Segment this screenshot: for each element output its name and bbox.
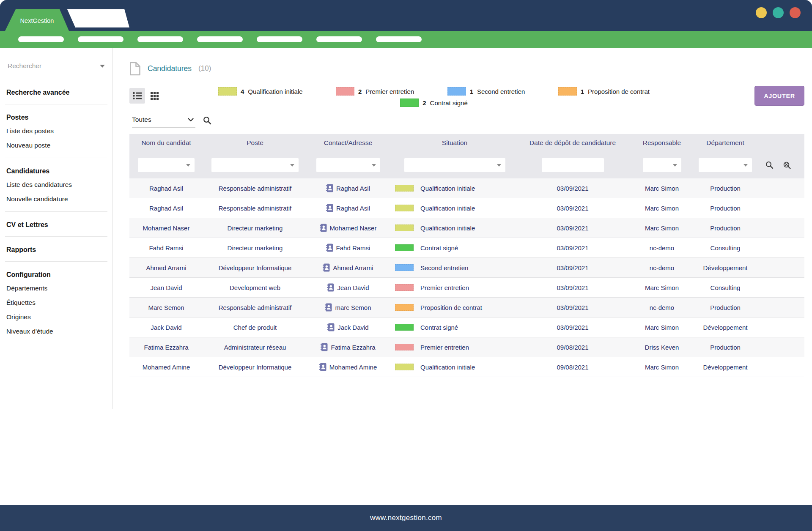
sidebar-item-departements[interactable]: Départements	[0, 281, 112, 296]
sidebar-item-liste-des-candidatures[interactable]: Liste des candidatures	[0, 178, 112, 192]
cell-contact-link[interactable]: Mohamed Naser	[307, 224, 389, 232]
sidebar-group-postes[interactable]: Postes	[0, 111, 112, 124]
clear-search-icon[interactable]	[783, 161, 791, 170]
add-button[interactable]: AJOUTER	[754, 86, 804, 106]
filter-departement-dropdown[interactable]	[699, 158, 752, 172]
nav-pill-item[interactable]	[257, 36, 302, 42]
cell-contact-link[interactable]: Raghad Asil	[307, 184, 389, 192]
search-icon[interactable]	[203, 116, 211, 125]
filter-situation-dropdown[interactable]	[404, 158, 505, 172]
cell-situation: Qualification initiale	[389, 224, 520, 232]
sidebar-item-etiquettes[interactable]: Étiquettes	[0, 296, 112, 310]
legend-item-qualification: 4Qualification initiale	[218, 87, 303, 96]
legend-swatch-signe	[400, 99, 419, 107]
cell-contact-link[interactable]: Fatima Ezzahra	[307, 343, 389, 351]
contact-name: Mohamed Amine	[329, 364, 377, 371]
filter-date-input[interactable]	[542, 158, 604, 172]
column-header-date[interactable]: Date de dépôt de candidature	[520, 139, 625, 147]
window-control-teal[interactable]	[773, 7, 784, 18]
table-row[interactable]: Raghad Asil Responsable administratif Ra…	[129, 198, 804, 218]
column-header-responsable[interactable]: Responsable	[625, 139, 699, 147]
grid-view-button[interactable]	[147, 88, 162, 104]
legend-item-contrat-signe: 2Contrat signé	[400, 99, 468, 107]
sidebar-group-configuration[interactable]: Configuration	[0, 268, 112, 281]
sidebar-item-nouvelle-candidature[interactable]: Nouvelle candidature	[0, 192, 112, 206]
sidebar-item-recherche-avancee[interactable]: Recherche avancée	[0, 86, 112, 99]
column-header-nom[interactable]: Nom du candidat	[129, 139, 203, 147]
table-header-row: Nom du candidat Poste Contact/Adresse Si…	[129, 134, 804, 152]
cell-date: 09/08/2021	[520, 364, 625, 371]
filter-nom-dropdown[interactable]	[138, 158, 195, 172]
filter-poste-dropdown[interactable]	[211, 158, 299, 172]
sidebar-item-nouveau-poste[interactable]: Nouveau poste	[0, 138, 112, 153]
nav-pill-item[interactable]	[316, 36, 362, 42]
sidebar-search-input[interactable]: Rechercher	[6, 60, 107, 75]
table-body: Raghad Asil Responsable administratif Ra…	[129, 178, 804, 377]
column-header-contact[interactable]: Contact/Adresse	[307, 139, 389, 147]
cell-candidate-name: Raghad Asil	[129, 185, 203, 192]
window-control-yellow[interactable]	[756, 7, 767, 18]
filter-responsable-dropdown[interactable]	[643, 158, 681, 172]
cell-situation: Qualification initiale	[389, 364, 520, 371]
contact-name: Jack David	[337, 324, 368, 331]
nav-pill-item[interactable]	[197, 36, 243, 42]
apply-search-icon[interactable]	[765, 161, 774, 169]
legend-swatch-premier	[336, 87, 354, 96]
cell-responsable: Marc Simon	[625, 224, 699, 232]
cell-contact-link[interactable]: Mohamed Amine	[307, 363, 389, 371]
contact-card-icon	[320, 224, 327, 232]
status-label: Contrat signé	[420, 324, 458, 331]
sidebar-item-niveaux-etude[interactable]: Niveaux d'étude	[0, 324, 112, 339]
sidebar-item-rapports[interactable]: Rapports	[0, 244, 112, 256]
column-header-poste[interactable]: Poste	[203, 139, 307, 147]
table-row[interactable]: Ahmed Arrami Développeur Informatique Ah…	[129, 258, 804, 278]
table-row[interactable]: Raghad Asil Responsable administratif Ra…	[129, 178, 804, 198]
sidebar-group-candidatures[interactable]: Candidatures	[0, 165, 112, 178]
grid-view-icon	[151, 92, 159, 100]
cell-responsable: nc-demo	[625, 264, 699, 271]
cell-poste: Directeur marketing	[203, 224, 307, 232]
cell-departement: Consulting	[699, 284, 752, 291]
column-header-situation[interactable]: Situation	[389, 139, 520, 147]
sidebar-item-liste-des-postes[interactable]: Liste des postes	[0, 124, 112, 138]
footer-url[interactable]: www.nextgestion.com	[370, 514, 442, 522]
nav-pill-item[interactable]	[137, 36, 183, 42]
list-view-button[interactable]	[129, 88, 145, 104]
secondary-tab[interactable]	[67, 9, 129, 27]
cell-date: 09/08/2021	[520, 344, 625, 351]
cell-poste: Développeur Informatique	[203, 264, 307, 271]
window-control-red[interactable]	[790, 7, 801, 18]
chevron-down-icon	[673, 164, 677, 167]
table-row[interactable]: Mohamed Amine Développeur Informatique M…	[129, 357, 804, 377]
cell-contact-link[interactable]: marc Semon	[307, 303, 389, 312]
cell-poste: Chef de produit	[203, 324, 307, 331]
nav-pill-item[interactable]	[78, 36, 123, 42]
filter-contact-dropdown[interactable]	[316, 158, 380, 172]
table-row[interactable]: Fatima Ezzahra Administrateur réseau Fat…	[129, 337, 804, 357]
sidebar-item-cv-et-lettres[interactable]: CV et Lettres	[0, 219, 112, 231]
divider	[5, 236, 107, 237]
cell-date: 03/09/2021	[520, 304, 625, 311]
nav-pill-item[interactable]	[376, 36, 422, 42]
cell-date: 03/09/2021	[520, 205, 625, 212]
column-header-departement[interactable]: Département	[699, 139, 752, 147]
sidebar-item-origines[interactable]: Origines	[0, 310, 112, 324]
cell-departement: Production	[699, 344, 752, 351]
cell-responsable: Marc Simon	[625, 364, 699, 371]
status-label: Qualification initiale	[420, 364, 475, 371]
filter-all-dropdown[interactable]: Toutes	[132, 116, 195, 128]
table-row[interactable]: Fahd Ramsi Directeur marketing Fahd Rams…	[129, 238, 804, 258]
cell-contact-link[interactable]: Jack David	[307, 323, 389, 331]
table-row[interactable]: Jack David Chef de produit Jack David Co…	[129, 318, 804, 337]
cell-contact-link[interactable]: Raghad Asil	[307, 204, 389, 212]
cell-contact-link[interactable]: Ahmed Arrami	[307, 263, 389, 272]
nav-pill-item[interactable]	[18, 36, 64, 42]
table-row[interactable]: Marc Semon Responsable administratif mar…	[129, 298, 804, 318]
cell-departement: Développement	[699, 264, 752, 271]
cell-contact-link[interactable]: Fahd Ramsi	[307, 244, 389, 252]
table-row[interactable]: Mohamed Naser Directeur marketing Mohame…	[129, 218, 804, 238]
brand-tab[interactable]: NextGestion	[5, 9, 69, 31]
cell-contact-link[interactable]: Jean David	[307, 283, 389, 292]
search-placeholder: Rechercher	[8, 62, 41, 70]
table-row[interactable]: Jean David Development web Jean David Pr…	[129, 278, 804, 298]
